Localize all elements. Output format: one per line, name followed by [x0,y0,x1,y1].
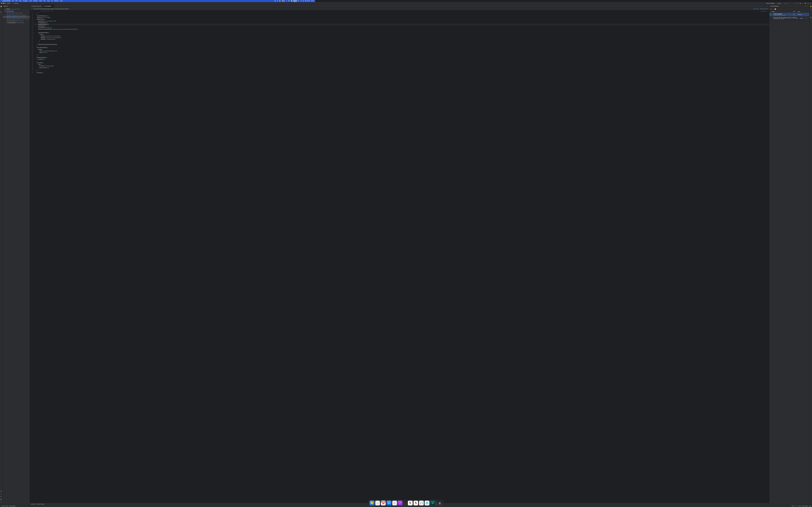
more-tools-icon[interactable]: ⋯ [0,14,2,15]
menu-run[interactable]: Run [44,0,46,2]
maximize-window[interactable] [4,3,5,4]
file-hint: (Gradle Version) [21,18,29,19]
menu-help[interactable]: Help [60,0,62,2]
tree-file[interactable]: ⚙gradle-wrapper.properties (Gradle Versi… [3,18,30,20]
macos-menubar: Android Studio File Edit View Navigate C… [0,0,315,2]
chevron-down-icon[interactable]: ⌄ [4,10,5,12]
file-name: settings.gradle [8,22,15,23]
project-view-mode[interactable]: Android [4,5,7,7]
menu-code[interactable]: Code [29,0,32,2]
notification-text: You can use the Project Structure dialog… [33,8,70,9]
commit-tool-icon[interactable]: ○ [0,9,2,10]
gradle-icon: ⚙ [5,10,6,12]
menu-edit[interactable]: Edit [15,0,17,2]
menu-window[interactable]: Window [54,0,58,2]
menu-tools[interactable]: Tools [47,0,50,2]
tree-root[interactable]: › 🗀 VR720 ~/Desktop/VR720 [3,8,30,10]
sys-time[interactable]: 20:22 [311,0,314,2]
sys-hotspot-icon[interactable]: ▣ [274,0,276,2]
structure-tool-icon[interactable]: 品 [0,11,2,13]
project-panel: Android ⌄ › 🗀 VR720 ~/Desktop/VR720 ⌄ ⚙ … [3,5,30,197]
tab-label: build.gradle [45,5,51,7]
file-name: gradle.properties [8,14,16,16]
sys-bluetooth-icon[interactable]: ᛒ [286,0,287,2]
close-tab-icon[interactable]: × [52,5,53,7]
sys-notif-count[interactable]: 🔔99+ [282,0,285,2]
gradle-file-icon: ⚙ [44,5,44,7]
file-icon: ⚙ [7,16,7,17]
branch-icon: ⎇ [13,3,14,4]
file-icon: ⚙ [7,18,7,19]
editor-area: ≡ proguard-rules.pro ⚙ build.gradle × ⋮ … [30,5,315,197]
menu-navigate[interactable]: Navigate [23,0,28,2]
tree-file[interactable]: ⚙gradle.properties (Project Properties) [3,14,30,16]
tree-file[interactable]: ⚙local.properties (SDK Location) [3,20,30,22]
tree-file[interactable]: ⚙build.gradle (Project: VR720) [3,12,30,14]
file-icon: ⚙ [7,14,7,16]
tree-root-path: ~/Desktop/VR720 [11,8,20,10]
file-icon: ≡ [31,5,32,7]
code-content[interactable]: v2SigningEnabled true } } compileSdkVers… [34,10,315,197]
menu-file[interactable]: File [12,0,14,2]
menu-git[interactable]: Git [51,0,53,2]
project-tool-icon[interactable]: 📁 [0,6,2,7]
sys-wechat-icon[interactable]: ✿ [277,0,278,2]
sys-date[interactable]: Sat Jul 29 [305,0,310,2]
file-name: local.properties [8,20,16,21]
ide-toolbar: VR720 ⌄ ⎇ master ⌄ 📱 OPPO PCRM00 ⌄ ▣ app… [0,2,315,5]
editor-tabs: ≡ proguard-rules.pro ⚙ build.gradle × ⋮ [30,5,315,8]
info-icon: ⓘ [31,8,33,10]
tree-label: Gradle Scripts [6,10,14,12]
tab-build-gradle[interactable]: ⚙ build.gradle × [43,5,54,8]
app-name[interactable]: Android Studio [2,0,10,2]
file-name: gradle-wrapper.properties [8,18,21,19]
chevron-right-icon[interactable]: › [4,8,5,10]
chevron-down-icon: ⌄ [18,3,19,4]
file-hint: (Project Settings) [15,22,24,23]
file-icon: ⚙ [7,12,7,13]
chevron-down-icon: ⌄ [11,3,11,4]
file-icon: ⚙ [7,22,7,23]
tree-file[interactable]: ⚙settings.gradle (Project Settings) [3,22,30,24]
project-selector[interactable]: VR720 ⌄ [7,3,11,4]
ide-window: VR720 ⌄ ⎇ master ⌄ 📱 OPPO PCRM00 ⌄ ▣ app… [0,2,315,197]
code-editor[interactable]: ●1 ▲3 ︿ ﹀ 121314151617181920212223242526… [30,10,315,197]
menu-refactor[interactable]: Refactor [34,0,38,2]
project-tree[interactable]: › 🗀 VR720 ~/Desktop/VR720 ⌄ ⚙ Gradle Scr… [3,8,30,197]
chevron-down-icon: ⌄ [8,5,9,7]
sys-control-center-icon[interactable]: ⚙ [301,0,302,2]
folder-icon: 🗀 [5,8,6,10]
tree-root-name: VR720 [7,8,10,10]
file-hint: (Project Properties) [16,14,26,16]
sys-wifi-icon[interactable]: 📶 [291,0,292,2]
menu-build[interactable]: Build [39,0,42,2]
tab-label: proguard-rules.pro [32,5,42,7]
tab-proguard[interactable]: ≡ proguard-rules.pro [30,5,43,8]
file-name: build.gradle [8,12,14,13]
sys-spotlight-icon[interactable]: 🔍 [298,0,299,2]
close-window[interactable] [1,3,2,4]
file-name: gradle.properties [8,16,16,17]
git-branch-selector[interactable]: ⎇ master ⌄ [13,3,19,4]
file-icon: ⚙ [7,20,7,21]
menu-view[interactable]: View [19,0,21,2]
left-tool-rail: 📁 ○ 品 ⋯ 🔖 ⚠ ◈ ▣ ⎇ [0,5,3,197]
sys-siri-icon[interactable]: ◉ [303,0,304,2]
tree-gradle-scripts[interactable]: ⌄ ⚙ Gradle Scripts [3,10,30,12]
editor-notification: ⓘ You can use the Project Structure dial… [30,8,315,10]
sys-input-source[interactable]: A ABC [293,0,297,2]
project-panel-header[interactable]: Android ⌄ [3,5,30,8]
file-hint: (SDK Location) [16,20,23,21]
line-gutter[interactable]: 1213141516171819202122232425262728293031… [30,10,34,197]
tree-file[interactable]: ⚙gradle.properties (Global Properties) [3,16,30,18]
minimize-window[interactable] [3,3,4,4]
sys-battery-icon[interactable]: 🔋 [288,0,290,2]
file-hint: (Project: VR720) [14,12,22,13]
window-controls [1,3,5,4]
sys-bell-icon[interactable]: 🔔 [279,0,281,2]
file-hint: (Global Properties) [16,16,26,17]
